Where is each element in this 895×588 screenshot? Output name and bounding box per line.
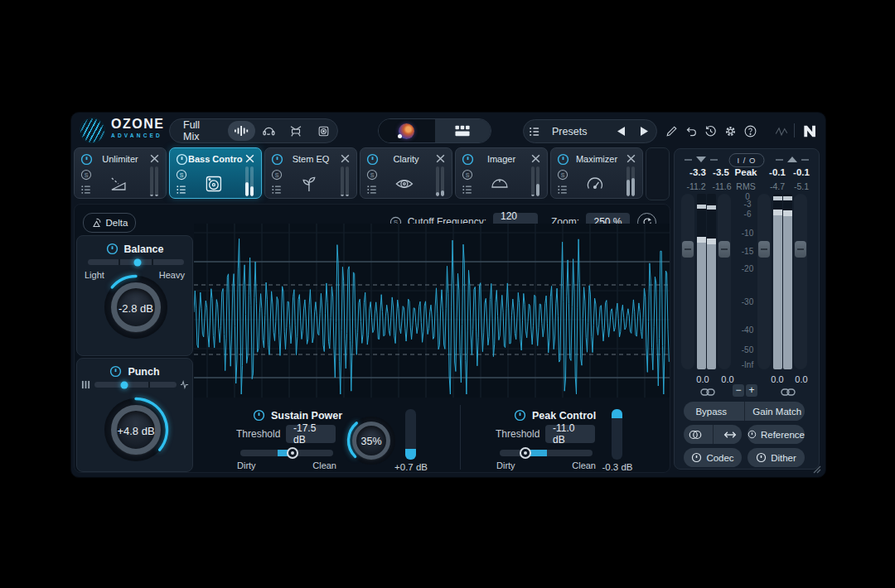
output-meter-right: [783, 194, 792, 369]
io-toggle[interactable]: I / O: [729, 153, 765, 167]
codec-button[interactable]: Codec: [684, 448, 742, 467]
width-mode-button[interactable]: [718, 425, 743, 444]
module-gain-meters: [436, 166, 444, 196]
history-icon[interactable]: [703, 123, 718, 138]
balance-slider-handle[interactable]: [134, 258, 142, 266]
module-close-icon[interactable]: [340, 153, 351, 164]
module-menu-icon[interactable]: [271, 184, 283, 195]
module-menu-icon[interactable]: [557, 184, 568, 195]
bypass-button[interactable]: Bypass: [684, 402, 739, 421]
reference-button[interactable]: Reference: [747, 425, 805, 444]
previous-preset-icon[interactable]: [610, 127, 631, 136]
peak-slider-handle[interactable]: [520, 447, 531, 459]
codec-power-icon[interactable]: [691, 452, 702, 463]
input-rms-right: -11.6: [712, 181, 731, 191]
module-solo-icon[interactable]: S: [462, 169, 473, 181]
undo-icon[interactable]: [684, 123, 699, 138]
meter-zoom-in-button[interactable]: +: [746, 384, 757, 397]
empty-module-slot[interactable]: [646, 147, 670, 200]
module-close-icon[interactable]: [244, 153, 255, 164]
sustain-power-icon[interactable]: [253, 409, 265, 422]
output-fader-right[interactable]: [794, 194, 807, 369]
module-close-icon[interactable]: [435, 153, 446, 164]
settings-gear-icon[interactable]: [723, 123, 738, 138]
module-power-icon[interactable]: [557, 153, 569, 166]
module-tab-bass-control[interactable]: SBass Control: [169, 147, 262, 199]
module-tab-maximizer[interactable]: SMaximizer: [550, 147, 643, 199]
module-close-icon[interactable]: [530, 153, 541, 164]
gain-match-label: Gain Match: [752, 407, 801, 417]
preset-list-icon[interactable]: [524, 126, 545, 137]
module-menu-icon[interactable]: [80, 184, 92, 195]
punch-knob-value: +4.8 dB: [103, 425, 169, 437]
output-fader-value-left: 0.0: [771, 374, 783, 384]
vocal-mode-icon[interactable]: [255, 121, 283, 141]
stereo-mode-button[interactable]: [684, 425, 708, 444]
module-solo-icon[interactable]: S: [176, 169, 187, 181]
presets-label[interactable]: Presets: [545, 126, 610, 137]
dither-button[interactable]: Dither: [747, 448, 805, 467]
speaker-mode-icon[interactable]: [310, 121, 337, 141]
svg-text:S: S: [180, 172, 184, 178]
module-close-icon[interactable]: [626, 153, 636, 164]
module-menu-icon[interactable]: [176, 184, 187, 195]
audiolens-link-icon[interactable]: [774, 123, 789, 138]
sustain-slider[interactable]: [240, 450, 333, 456]
help-icon[interactable]: [743, 123, 757, 138]
balance-power-icon[interactable]: [106, 243, 119, 255]
punch-slider[interactable]: [94, 382, 177, 388]
module-tab-unlimiter[interactable]: SUnlimiter: [74, 147, 167, 199]
peak-threshold-value[interactable]: -11.0 dB: [545, 425, 595, 443]
detailed-view-toggle[interactable]: [379, 119, 435, 142]
delta-monitor-button[interactable]: Delta: [83, 213, 136, 233]
input-trim-down-icon[interactable]: [685, 157, 718, 162]
peak-right-label: Clean: [572, 460, 596, 470]
module-menu-icon[interactable]: [462, 184, 473, 195]
punch-knob[interactable]: +4.8 dB: [103, 397, 169, 463]
module-tab-clarity[interactable]: SClarity: [360, 147, 452, 199]
module-tab-stem-eq[interactable]: SStem EQ: [264, 147, 357, 199]
sharp-transients-icon: [180, 380, 189, 389]
sustain-slider-handle[interactable]: [287, 447, 298, 459]
module-close-icon[interactable]: [149, 153, 160, 164]
input-fader-left[interactable]: [681, 194, 694, 369]
output-trim-up-icon[interactable]: [776, 157, 809, 162]
output-fader-left[interactable]: [757, 194, 771, 369]
module-power-icon[interactable]: [80, 153, 93, 166]
gain-match-button[interactable]: Gain Match: [750, 402, 806, 421]
module-power-icon[interactable]: [366, 153, 379, 166]
punch-power-icon[interactable]: [109, 365, 122, 378]
module-tab-imager[interactable]: SImager: [455, 147, 548, 199]
bass-control-module-panel: Delta S Cutoff Frequency: 120 Hz Zoom: 2…: [74, 204, 670, 473]
meter-zoom-out-button[interactable]: −: [733, 384, 744, 397]
module-power-icon[interactable]: [462, 153, 474, 166]
peak-power-icon[interactable]: [514, 409, 526, 422]
dither-power-icon[interactable]: [756, 452, 767, 463]
balance-knob[interactable]: -2.8 dB: [103, 274, 169, 340]
window-resize-grip[interactable]: [811, 464, 821, 474]
next-preset-icon[interactable]: [631, 127, 656, 136]
full-mix-mode-icon[interactable]: [228, 121, 255, 141]
balance-slider[interactable]: [88, 259, 184, 265]
signal-chain-view-toggle[interactable]: [435, 119, 491, 142]
edit-pencil-icon[interactable]: [664, 123, 679, 138]
module-solo-icon[interactable]: S: [557, 169, 568, 181]
module-power-icon[interactable]: [176, 153, 188, 166]
module-solo-icon[interactable]: S: [80, 169, 92, 181]
input-channel-link-icon[interactable]: [700, 387, 715, 398]
module-menu-icon[interactable]: [366, 184, 378, 195]
peak-slider[interactable]: [500, 450, 593, 456]
drums-mode-icon[interactable]: [283, 121, 310, 141]
stem-eq-icon: [298, 173, 320, 195]
input-fader-right[interactable]: [718, 194, 731, 369]
punch-slider-handle[interactable]: [120, 381, 128, 388]
reference-power-icon[interactable]: [747, 429, 757, 440]
module-solo-icon[interactable]: S: [271, 169, 283, 181]
chain-view-icon: [453, 123, 472, 138]
bass-waveform-display[interactable]: [194, 224, 670, 398]
output-channel-link-icon[interactable]: [781, 387, 796, 398]
module-solo-icon[interactable]: S: [366, 169, 378, 181]
sustain-amount-knob[interactable]: 35%: [346, 416, 396, 465]
sustain-threshold-value[interactable]: -17.5 dB: [286, 425, 336, 443]
module-power-icon[interactable]: [271, 153, 283, 166]
